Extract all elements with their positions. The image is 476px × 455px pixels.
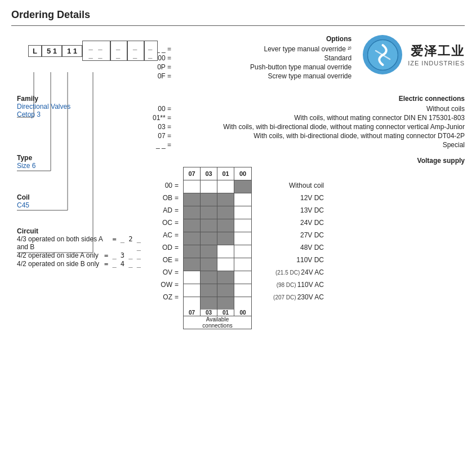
gc-ac-03 bbox=[201, 232, 217, 245]
pn-dashes2: _ _ bbox=[110, 41, 127, 61]
v-desc-od: 48V DC bbox=[256, 241, 324, 254]
v-code-ad: AD bbox=[158, 206, 175, 214]
grid-header-07: 07 bbox=[184, 167, 201, 180]
bracket-area: Family Directional Valves Cetop 3 Type S… bbox=[28, 72, 135, 264]
type-title: Type bbox=[17, 154, 35, 162]
gc-ac-01 bbox=[217, 232, 234, 245]
ec-desc-2: With coils, with bi-directional diode, w… bbox=[175, 123, 465, 131]
gc-ad-03 bbox=[201, 206, 217, 219]
coil-label: Coil C45 bbox=[17, 193, 30, 209]
grid-row-ad bbox=[184, 206, 251, 219]
ec-code-3: 07 = bbox=[146, 132, 175, 140]
voltage-title: Voltage supply bbox=[146, 157, 465, 165]
v-row-oe: OE= bbox=[158, 254, 181, 266]
option-row-2: 0P = Push-button type manual override bbox=[146, 63, 352, 71]
grid-row-od bbox=[184, 245, 251, 258]
grid-footer-label: Availableconnections bbox=[184, 316, 251, 329]
v-code-ob: OB bbox=[158, 194, 175, 202]
part-number-boxes: L 5 1 1 1 _ _ _ _ _ _ _ _ _ _ bbox=[28, 41, 135, 61]
circuit-row-2: 4/2 operated on side A only = _ 3 _ _ bbox=[17, 251, 141, 259]
gc-oz-01 bbox=[217, 297, 234, 310]
circuit-label: Circuit 4/3 operated on both sides A and… bbox=[17, 227, 141, 268]
logo-area: 爱泽工业 IZE INDUSTRIES bbox=[363, 35, 465, 74]
ec-desc-3: With coils, with bi-directional diode, w… bbox=[175, 132, 465, 140]
gc-oz-00 bbox=[234, 297, 251, 310]
gc-ow-01 bbox=[217, 284, 234, 297]
voltage-left-codes: 00= OB= AD= OC= AC= OD= OE= OV= OW= OZ= bbox=[158, 179, 181, 303]
grid-row-ov bbox=[184, 271, 251, 284]
gc-ow-03 bbox=[201, 284, 217, 297]
v-row-ad: AD= bbox=[158, 204, 181, 217]
page-title: Ordering Details bbox=[11, 9, 465, 21]
gc-oe-07 bbox=[184, 258, 201, 271]
logo-circle bbox=[363, 35, 402, 74]
gc-00-03 bbox=[201, 180, 217, 193]
grid-row-ob bbox=[184, 193, 251, 206]
v-desc-ob: 12V DC bbox=[256, 192, 324, 204]
v-desc-ad: 13V DC bbox=[256, 204, 324, 217]
gc-od-00 bbox=[234, 245, 251, 258]
ec-row-4: _ _ = Special bbox=[146, 141, 465, 149]
grid-row-oc bbox=[184, 219, 251, 232]
gc-ac-00 bbox=[234, 232, 251, 245]
v-code-ov: OV bbox=[158, 268, 175, 276]
ec-desc-1: With coils, without mating connector DIN… bbox=[175, 114, 465, 122]
voltage-section: Voltage supply 00= OB= AD= OC= AC= OD= O… bbox=[146, 157, 465, 329]
gc-oe-03 bbox=[201, 258, 217, 271]
gc-ow-07 bbox=[184, 284, 201, 297]
gc-ob-01 bbox=[217, 193, 234, 206]
circuit-code-3: = _ 4 _ _ bbox=[104, 260, 141, 268]
circuit-row-3: 4/2 operated on side B only = _ 4 _ _ bbox=[17, 260, 141, 268]
ec-row-0: 00 = Without coils bbox=[146, 105, 465, 113]
voltage-right-descs: Without coil 12V DC 13V DC 24V DC 27V DC… bbox=[256, 179, 324, 303]
ec-code-0: 00 = bbox=[146, 105, 175, 113]
pn-dashes3: _ _ bbox=[127, 41, 144, 61]
gc-ov-07 bbox=[184, 271, 201, 284]
grid-header-00: 00 bbox=[234, 167, 251, 180]
v-code-oe: OE bbox=[158, 256, 175, 264]
main-layout: L 5 1 1 1 _ _ _ _ _ _ _ _ _ _ bbox=[11, 35, 465, 337]
v-row-ow: OW= bbox=[158, 279, 181, 291]
v-desc-oe: 110V DC bbox=[256, 254, 324, 266]
grid-row-oz bbox=[184, 297, 251, 310]
circuit-code-2: = _ 3 _ _ bbox=[104, 251, 141, 259]
circuit-code-1: = _ 2 _ _ bbox=[107, 235, 141, 251]
option-code-3: 0F = bbox=[146, 72, 175, 80]
logo-chinese: 爱泽工业 bbox=[408, 43, 465, 60]
grid-header-01: 01 bbox=[217, 167, 234, 180]
gc-00-01 bbox=[217, 180, 234, 193]
electric-title: Electric connections bbox=[146, 95, 465, 103]
circuit-desc-2: 4/2 operated on side A only bbox=[17, 251, 99, 259]
option-desc-1: Standard bbox=[175, 54, 352, 62]
gc-ad-07 bbox=[184, 206, 201, 219]
gc-oz-07 bbox=[184, 297, 201, 310]
electric-connections-section: Electric connections 00 = Without coils … bbox=[146, 95, 465, 149]
gc-ad-01 bbox=[217, 206, 234, 219]
option-desc-3: Screw type manual override bbox=[175, 72, 352, 80]
gc-ov-01 bbox=[217, 271, 234, 284]
voltage-grid: 07 03 01 00 bbox=[183, 167, 252, 329]
v-code-ow: OW bbox=[158, 281, 175, 289]
grid-footer: 07 03 01 00 bbox=[184, 310, 251, 316]
v-desc-oz: (207 DC)230V AC bbox=[256, 291, 324, 303]
logo-text: 爱泽工业 IZE INDUSTRIES bbox=[408, 43, 465, 67]
options-section: Options _ _ = Lever type manual override… bbox=[146, 35, 352, 81]
gc-ob-03 bbox=[201, 193, 217, 206]
part-number-diagram: L 5 1 1 1 _ _ _ _ _ _ _ _ _ _ bbox=[28, 41, 135, 61]
gc-od-01 bbox=[217, 245, 234, 258]
gc-ov-00 bbox=[234, 271, 251, 284]
options-title: Options bbox=[146, 35, 352, 43]
gc-ob-07 bbox=[184, 193, 201, 206]
grid-foot-03: 03 bbox=[201, 310, 217, 316]
v-code-od: OD bbox=[158, 244, 175, 251]
grid-row-oe bbox=[184, 258, 251, 271]
pn-dashes4: _ _ bbox=[144, 41, 158, 61]
grid-row-ac bbox=[184, 232, 251, 245]
pn-11: 1 1 bbox=[62, 45, 82, 57]
option-desc-0: Lever type manual override ²⁾ bbox=[175, 45, 352, 53]
gc-oc-00 bbox=[234, 219, 251, 232]
family-value2: Cetop 3 bbox=[17, 111, 70, 118]
grid-foot-07: 07 bbox=[184, 310, 201, 316]
pn-51: 5 1 bbox=[42, 45, 62, 57]
ec-desc-0: Without coils bbox=[175, 105, 465, 113]
